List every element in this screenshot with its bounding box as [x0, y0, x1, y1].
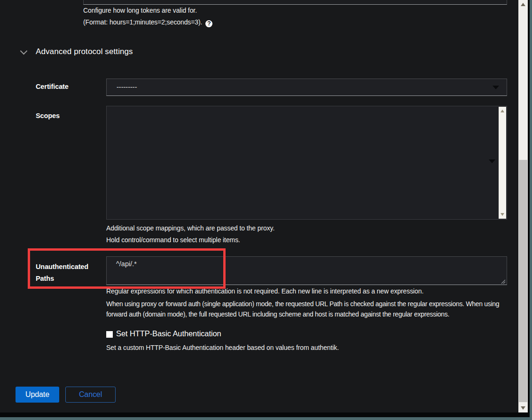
- unauthenticated-paths-label-line1: Unauthenticated: [36, 261, 88, 273]
- update-button[interactable]: Update: [16, 387, 59, 403]
- scopes-help-line2: Hold control/command to select multiple …: [106, 236, 240, 244]
- unauthenticated-paths-label: Unauthenticated Paths: [36, 261, 88, 285]
- certificate-label: Certificate: [36, 83, 69, 90]
- scopes-help-line1: Additional scope mappings, which are pas…: [106, 224, 274, 232]
- token-validity-help-line1: Configure how long tokens are valid for.: [83, 7, 197, 14]
- unauthenticated-paths-textarea[interactable]: ^/api/.*: [106, 256, 507, 285]
- textarea-resize-handle-icon[interactable]: [500, 278, 506, 284]
- certificate-selected-value: ---------: [107, 79, 507, 91]
- chevron-down-icon: [20, 48, 28, 55]
- select-caret-icon: [489, 159, 495, 163]
- desktop-edge-right: [530, 0, 532, 420]
- token-validity-input[interactable]: [83, 0, 507, 5]
- scrollbar-up-arrow-icon[interactable]: [521, 3, 525, 6]
- cancel-button[interactable]: Cancel: [65, 387, 116, 403]
- certificate-select[interactable]: ---------: [106, 79, 507, 96]
- scopes-scrollbar[interactable]: [499, 107, 506, 219]
- scrollbar-up-arrow-icon[interactable]: [501, 110, 504, 112]
- http-basic-checkbox-label[interactable]: Set HTTP-Basic Authentication: [116, 329, 221, 338]
- window-scrollbar[interactable]: [518, 0, 528, 412]
- scrollbar-down-arrow-icon[interactable]: [521, 406, 525, 410]
- token-validity-help-line2: (Format: hours=1;minutes=2;seconds=3).: [83, 18, 202, 26]
- question-circle-icon: ?: [205, 20, 212, 27]
- scrollbar-thumb[interactable]: [519, 160, 527, 402]
- scrollbar-down-arrow-icon[interactable]: [501, 213, 504, 216]
- desktop-edge-bottom: [0, 417, 532, 420]
- provider-form-panel: Configure how long tokens are valid for.…: [0, 0, 518, 412]
- scopes-multiselect[interactable]: [106, 106, 507, 220]
- unauthenticated-paths-help-line2: When using proxy or forward auth (single…: [106, 299, 507, 319]
- advanced-protocol-settings-toggle[interactable]: Advanced protocol settings: [16, 45, 166, 58]
- http-basic-help: Set a custom HTTP-Basic Authentication h…: [106, 344, 339, 351]
- unauthenticated-paths-help-line1: Regular expressions for which authentica…: [106, 287, 423, 295]
- http-basic-checkbox[interactable]: [106, 331, 113, 338]
- select-caret-icon: [493, 86, 499, 89]
- scopes-label: Scopes: [36, 112, 60, 119]
- unauthenticated-paths-label-line2: Paths: [36, 273, 88, 285]
- advanced-protocol-settings-title: Advanced protocol settings: [36, 47, 133, 56]
- token-validity-help-line2-row: (Format: hours=1;minutes=2;seconds=3).?: [83, 18, 212, 27]
